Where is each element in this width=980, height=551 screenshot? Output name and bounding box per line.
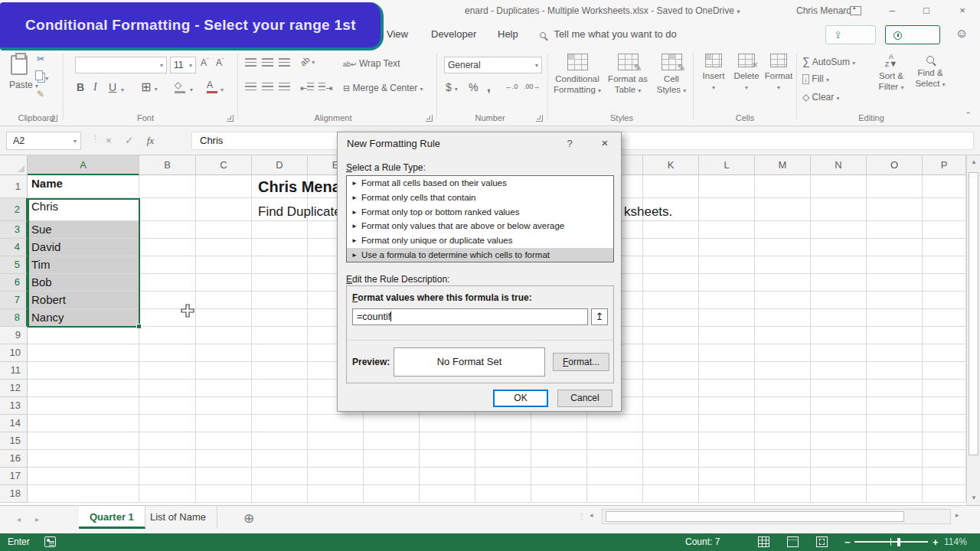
cell-M1[interactable] bbox=[755, 175, 811, 198]
cell-D7[interactable] bbox=[252, 292, 308, 309]
cell-C13[interactable] bbox=[196, 397, 252, 415]
underline-dropdown-icon[interactable]: ▾ bbox=[121, 83, 124, 94]
cell-H17[interactable] bbox=[475, 468, 531, 485]
cell-F15[interactable] bbox=[364, 432, 420, 450]
cell-B10[interactable] bbox=[139, 344, 196, 362]
rule-type-option-6[interactable]: Use a formula to determine which cells t… bbox=[347, 248, 613, 262]
collapse-ribbon-icon[interactable]: ⌃ bbox=[965, 110, 972, 120]
cell-C4[interactable] bbox=[196, 239, 252, 256]
cell-P8[interactable] bbox=[923, 309, 966, 327]
cell-M2[interactable] bbox=[755, 198, 811, 221]
fill-handle[interactable] bbox=[136, 324, 142, 329]
cell-L4[interactable] bbox=[699, 239, 755, 256]
cell-K10[interactable] bbox=[643, 344, 699, 362]
ribbon-display-options-icon[interactable] bbox=[850, 6, 861, 15]
cell-N10[interactable] bbox=[811, 344, 867, 362]
currency-format-icon[interactable]: $ ▾ bbox=[446, 81, 458, 93]
cell-G16[interactable] bbox=[420, 450, 475, 468]
cell-L1[interactable] bbox=[699, 175, 755, 198]
cell-A14[interactable] bbox=[28, 415, 139, 432]
page-layout-view-icon[interactable] bbox=[787, 536, 799, 547]
increase-indent-icon[interactable]: ⇥ bbox=[318, 83, 332, 93]
cell-N3[interactable] bbox=[811, 221, 867, 239]
cell-P1[interactable] bbox=[923, 175, 966, 198]
cell-O4[interactable] bbox=[867, 239, 923, 256]
cell-C10[interactable] bbox=[196, 344, 252, 362]
format-as-table-button[interactable]: ✎ Format as Table ▾ bbox=[605, 54, 651, 96]
cell-B6[interactable] bbox=[139, 274, 196, 292]
cell-O10[interactable] bbox=[867, 344, 923, 362]
cell-K7[interactable] bbox=[643, 292, 699, 309]
cell-C12[interactable] bbox=[196, 380, 252, 397]
cell-O2[interactable] bbox=[867, 198, 923, 221]
cell-C5[interactable] bbox=[196, 256, 252, 274]
cell-G14[interactable] bbox=[420, 415, 475, 432]
row-header-5[interactable]: 5 bbox=[0, 256, 28, 274]
cell-D15[interactable] bbox=[252, 432, 308, 450]
cell-O14[interactable] bbox=[867, 415, 923, 432]
tab-developer[interactable]: Developer bbox=[431, 28, 476, 40]
cell-P18[interactable] bbox=[923, 485, 966, 503]
cell-B13[interactable] bbox=[139, 397, 196, 415]
zoom-slider-thumb[interactable] bbox=[897, 538, 900, 546]
cell-C11[interactable] bbox=[196, 362, 252, 380]
row-header-11[interactable]: 11 bbox=[0, 362, 28, 380]
cell-F16[interactable] bbox=[364, 450, 420, 468]
horizontal-scrollbar[interactable]: ◂ ▸ bbox=[590, 509, 965, 526]
sheet-nav-right-icon[interactable]: ▸ bbox=[35, 515, 39, 523]
cell-M6[interactable] bbox=[755, 274, 811, 292]
number-format-combo[interactable]: General▾ bbox=[444, 57, 542, 73]
rule-type-option-5[interactable]: Format only unique or duplicate values bbox=[347, 233, 613, 248]
cell-P16[interactable] bbox=[923, 450, 966, 468]
format-painter-icon[interactable]: ✎ bbox=[37, 89, 44, 99]
cell-C2[interactable] bbox=[196, 198, 252, 221]
cell-K18[interactable] bbox=[643, 485, 699, 503]
borders-icon[interactable]: ⊞ ▾ bbox=[141, 80, 158, 94]
cell-M16[interactable] bbox=[755, 450, 811, 468]
italic-button[interactable]: I bbox=[93, 81, 97, 93]
cell-N5[interactable] bbox=[811, 256, 867, 274]
dialog-close-icon[interactable]: × bbox=[589, 132, 621, 155]
cell-M18[interactable] bbox=[755, 485, 811, 503]
cell-I18[interactable] bbox=[531, 485, 587, 503]
scroll-right-icon[interactable]: ▸ bbox=[956, 511, 959, 519]
cell-B1[interactable] bbox=[139, 175, 196, 198]
column-header-A[interactable]: A bbox=[28, 155, 139, 175]
decrease-indent-icon[interactable]: ⇤ bbox=[300, 83, 314, 93]
cell-C7[interactable] bbox=[196, 292, 252, 309]
cell-K1[interactable] bbox=[643, 175, 699, 198]
font-launcher-icon[interactable] bbox=[227, 115, 234, 122]
cut-icon[interactable]: ✂ bbox=[37, 54, 44, 64]
comma-format-icon[interactable]: , bbox=[487, 80, 491, 95]
row-header-15[interactable]: 15 bbox=[0, 432, 28, 450]
cell-D5[interactable] bbox=[252, 256, 308, 274]
cell-L11[interactable] bbox=[699, 362, 755, 380]
cell-N12[interactable] bbox=[811, 380, 867, 397]
cell-B9[interactable] bbox=[139, 327, 196, 344]
close-button[interactable]: × bbox=[949, 0, 975, 21]
cell-D4[interactable] bbox=[252, 239, 308, 256]
cell-A4[interactable]: David bbox=[28, 239, 139, 256]
cell-M5[interactable] bbox=[755, 256, 811, 274]
scroll-down-icon[interactable]: ▼ bbox=[967, 491, 980, 505]
fill-color-dropdown-icon[interactable]: ▾ bbox=[190, 83, 193, 94]
cell-L7[interactable] bbox=[699, 292, 755, 309]
cancel-entry-icon[interactable]: × bbox=[106, 135, 112, 146]
cell-D13[interactable] bbox=[252, 397, 308, 415]
merge-center-button[interactable]: ⊟ Merge & Center ▾ bbox=[343, 83, 423, 93]
cell-D12[interactable] bbox=[252, 380, 308, 397]
decrease-decimal-icon[interactable]: .00→ bbox=[524, 83, 541, 90]
cell-K11[interactable] bbox=[643, 362, 699, 380]
sort-filter-button[interactable]: AZ▼ Sort & Filter ▾ bbox=[874, 54, 908, 93]
cell-E17[interactable] bbox=[308, 468, 364, 485]
cell-K3[interactable] bbox=[643, 221, 699, 239]
insert-function-icon[interactable]: fx bbox=[147, 135, 154, 146]
cell-O12[interactable] bbox=[867, 380, 923, 397]
row-header-9[interactable]: 9 bbox=[0, 327, 28, 344]
splitter-dots-icon[interactable]: ⋮ bbox=[578, 512, 586, 520]
bold-button[interactable]: B bbox=[77, 81, 84, 93]
cell-J18[interactable] bbox=[587, 485, 643, 503]
cell-N17[interactable] bbox=[811, 468, 867, 485]
row-header-2[interactable]: 2 bbox=[0, 198, 28, 221]
cell-A18[interactable] bbox=[28, 485, 139, 503]
